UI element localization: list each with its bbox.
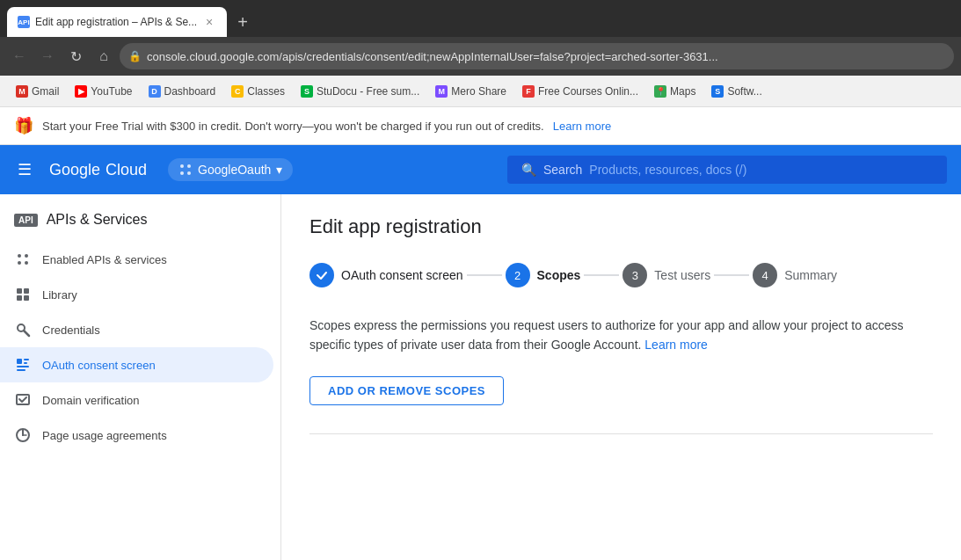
sidebar-item-enabled-apis-label: Enabled APIs & services — [42, 253, 167, 266]
studocu-icon: S — [301, 85, 313, 98]
credentials-icon — [14, 321, 32, 338]
tab-bar: API Edit app registration – APIs & Se...… — [0, 0, 961, 37]
svg-point-5 — [25, 254, 28, 258]
tab-favicon: API — [18, 16, 30, 28]
sidebar-header: API APIs & Services — [0, 194, 280, 242]
softw-icon: S — [711, 85, 724, 98]
search-icon: 🔍 — [521, 163, 536, 177]
enabled-apis-icon — [14, 251, 32, 268]
svg-point-1 — [187, 164, 191, 168]
project-dropdown-icon: ▾ — [276, 163, 282, 177]
sidebar-item-enabled-apis[interactable]: Enabled APIs & services — [0, 242, 273, 277]
page-usage-icon — [14, 426, 32, 444]
step-connector-3 — [714, 274, 749, 276]
new-tab-button[interactable]: + — [230, 10, 255, 34]
svg-rect-9 — [24, 288, 29, 294]
youtube-icon: ▶ — [75, 85, 87, 98]
project-switcher-icon — [178, 163, 193, 177]
meroshare-icon: M — [435, 85, 448, 98]
step-connector-1 — [467, 274, 502, 276]
maps-icon: 📍 — [654, 85, 666, 98]
trial-banner: 🎁 Start your Free Trial with $300 in cre… — [0, 107, 961, 145]
bookmark-classes-label: Classes — [247, 85, 285, 98]
gc-search-bar[interactable]: 🔍 Search Products, resources, docs (/) — [507, 156, 947, 184]
stepper: OAuth consent screen 2 Scopes 3 Test use… — [309, 263, 933, 287]
main-layout: API APIs & Services Enabled APIs & servi… — [0, 194, 961, 560]
forward-button[interactable]: → — [35, 44, 60, 69]
tab-close-button[interactable]: × — [202, 15, 216, 29]
svg-rect-10 — [17, 295, 22, 301]
step-oauth-consent: OAuth consent screen — [309, 263, 463, 287]
home-button[interactable]: ⌂ — [91, 44, 116, 69]
step-summary: 4 Summary — [753, 263, 837, 287]
svg-rect-8 — [17, 288, 22, 294]
bookmark-meroshare[interactable]: M Mero Share — [428, 82, 513, 101]
svg-point-0 — [180, 164, 184, 168]
sidebar-item-domain-verification-label: Domain verification — [42, 394, 140, 407]
step-4-circle: 4 — [753, 263, 777, 287]
hamburger-menu-button[interactable]: ☰ — [14, 156, 35, 183]
project-switcher[interactable]: GoogleOauth ▾ — [168, 158, 293, 181]
reload-button[interactable]: ↻ — [63, 44, 88, 69]
bookmark-gmail[interactable]: M Gmail — [9, 82, 66, 101]
svg-rect-11 — [24, 295, 29, 301]
bookmark-softw-label: Softw... — [727, 85, 761, 98]
step-3-circle: 3 — [622, 263, 647, 287]
step-scopes: 2 Scopes — [506, 263, 581, 287]
back-button[interactable]: ← — [7, 44, 32, 69]
learn-more-link[interactable]: Learn more — [644, 338, 708, 352]
sidebar-item-credentials-label: Credentials — [42, 324, 100, 337]
svg-point-7 — [25, 261, 28, 265]
project-name: GoogleOauth — [198, 163, 271, 177]
bookmark-classes[interactable]: C Classes — [224, 82, 292, 101]
sidebar-item-page-usage[interactable]: Page usage agreements — [0, 418, 273, 453]
home-icon: ⌂ — [99, 48, 108, 64]
gc-logo: Google Cloud — [49, 161, 147, 179]
search-placeholder: Products, resources, docs (/) — [589, 163, 746, 177]
step-4-label: Summary — [784, 268, 837, 282]
svg-rect-14 — [17, 359, 22, 364]
gc-logo-cloud: Cloud — [106, 161, 147, 179]
sidebar-item-credentials[interactable]: Credentials — [0, 312, 273, 347]
step-3-label: Test users — [654, 268, 710, 282]
bookmark-freecourses-label: Free Courses Onlin... — [538, 85, 638, 98]
svg-rect-15 — [24, 359, 29, 360]
bookmark-freecourses[interactable]: F Free Courses Onlin... — [515, 82, 645, 101]
step-1-circle — [309, 263, 334, 287]
bookmark-maps[interactable]: 📍 Maps — [647, 82, 703, 101]
sidebar-item-domain-verification[interactable]: Domain verification — [0, 382, 273, 418]
svg-point-23 — [22, 434, 24, 436]
sidebar-item-library[interactable]: Library — [0, 277, 273, 312]
back-icon: ← — [12, 48, 26, 64]
scope-description-text: Scopes express the permissions you reque… — [309, 318, 903, 352]
svg-point-3 — [187, 171, 191, 175]
svg-point-6 — [18, 261, 21, 265]
classes-icon: C — [231, 85, 244, 98]
search-label: Search — [543, 163, 582, 177]
address-text: console.cloud.google.com/apis/credential… — [147, 50, 718, 63]
svg-line-13 — [24, 331, 29, 336]
address-bar[interactable]: 🔒 console.cloud.google.com/apis/credenti… — [120, 43, 954, 69]
api-badge: API — [14, 214, 38, 227]
bookmark-softw[interactable]: S Softw... — [704, 82, 768, 101]
trial-text: Start your Free Trial with $300 in credi… — [42, 120, 544, 133]
step-4-number: 4 — [762, 269, 768, 282]
gc-header: ☰ Google Cloud GoogleOauth ▾ 🔍 Search Pr… — [0, 145, 961, 194]
lock-icon: 🔒 — [128, 50, 142, 62]
add-remove-scopes-button[interactable]: ADD OR REMOVE SCOPES — [309, 376, 504, 405]
step-test-users: 3 Test users — [622, 263, 710, 287]
freecourses-icon: F — [522, 85, 535, 98]
trial-learn-more-link[interactable]: Learn more — [553, 120, 611, 133]
step-3-number: 3 — [632, 269, 638, 282]
browser-chrome: API Edit app registration – APIs & Se...… — [0, 0, 961, 107]
sidebar-item-oauth-consent-label: OAuth consent screen — [42, 359, 156, 372]
active-tab[interactable]: API Edit app registration – APIs & Se...… — [7, 7, 227, 37]
step-connector-2 — [584, 274, 619, 276]
bookmark-dashboard[interactable]: D Dashboard — [142, 82, 223, 101]
dashboard-icon: D — [149, 85, 161, 98]
svg-point-4 — [18, 254, 21, 258]
sidebar-item-oauth-consent[interactable]: OAuth consent screen — [0, 347, 273, 382]
step-1-label: OAuth consent screen — [341, 268, 463, 282]
bookmark-youtube[interactable]: ▶ YouTube — [68, 82, 139, 101]
bookmark-studocu[interactable]: S StuDocu - Free sum... — [294, 82, 426, 101]
